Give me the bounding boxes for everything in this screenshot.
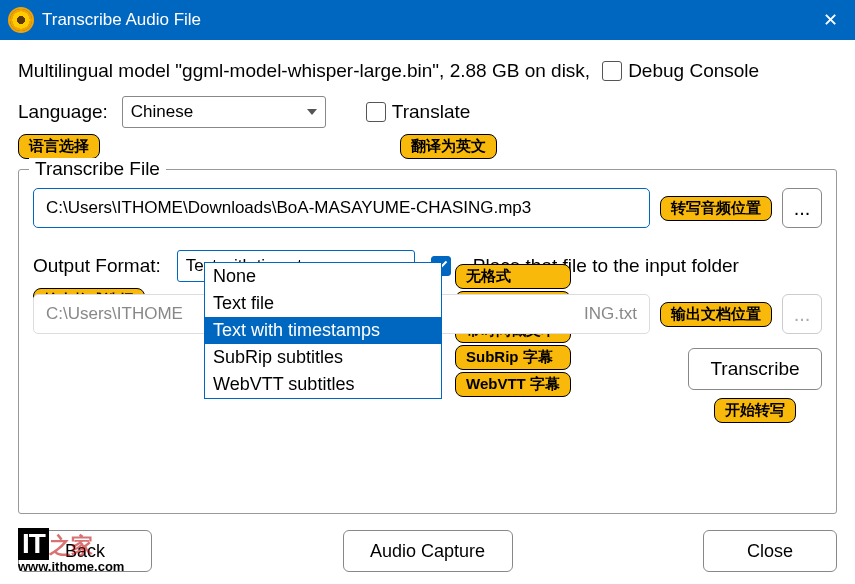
watermark-url: www.ithome.com xyxy=(18,559,124,574)
dropdown-item-subrip[interactable]: SubRip subtitles xyxy=(205,344,441,371)
tag-none: 无格式 xyxy=(455,264,571,289)
output-path-left: C:\Users\ITHOME xyxy=(46,304,183,324)
browse-output-button[interactable]: ... xyxy=(782,294,822,334)
dropdown-item-webvtt[interactable]: WebVTT subtitles xyxy=(205,371,441,398)
language-tag: 语言选择 xyxy=(18,134,100,159)
tag-subrip: SubRip 字幕 xyxy=(455,345,571,370)
output-format-dropdown[interactable]: None Text file Text with timestamps SubR… xyxy=(204,262,442,399)
debug-console-label: Debug Console xyxy=(628,60,759,82)
input-path-value: C:\Users\ITHOME\Downloads\BoA-MASAYUME-C… xyxy=(46,198,531,218)
browse-input-button[interactable]: ... xyxy=(782,188,822,228)
watermark-zhijia: 之家 xyxy=(49,533,93,558)
output-path-tag: 输出文档位置 xyxy=(660,302,772,327)
window-title: Transcribe Audio File xyxy=(42,10,805,30)
language-label: Language: xyxy=(18,101,108,123)
transcribe-tag: 开始转写 xyxy=(714,398,796,423)
output-format-label: Output Format: xyxy=(33,255,161,277)
audio-capture-button[interactable]: Audio Capture xyxy=(343,530,513,572)
transcribe-button[interactable]: Transcribe xyxy=(688,348,822,390)
titlebar: Transcribe Audio File ✕ xyxy=(0,0,855,40)
translate-tag: 翻译为英文 xyxy=(400,134,497,159)
transcribe-file-group: Transcribe File C:\Users\ITHOME\Download… xyxy=(18,169,837,514)
translate-checkbox[interactable] xyxy=(366,102,386,122)
close-button[interactable]: Close xyxy=(703,530,837,572)
debug-console-checkbox[interactable] xyxy=(602,61,622,81)
language-value: Chinese xyxy=(131,102,193,122)
chevron-down-icon xyxy=(307,109,317,115)
output-path-right: ING.txt xyxy=(584,304,637,324)
language-select[interactable]: Chinese xyxy=(122,96,326,128)
model-info: Multilingual model "ggml-model-whisper-l… xyxy=(18,60,590,82)
transcribe-file-legend: Transcribe File xyxy=(29,158,166,180)
app-icon xyxy=(10,9,32,31)
watermark: IT之家 www.ithome.com xyxy=(18,528,124,574)
tag-webvtt: WebVTT 字幕 xyxy=(455,372,571,397)
translate-label: Translate xyxy=(392,101,471,123)
watermark-it: IT xyxy=(18,528,49,560)
dropdown-item-none[interactable]: None xyxy=(205,263,441,290)
dropdown-item-timestamps[interactable]: Text with timestamps xyxy=(205,317,441,344)
dropdown-item-textfile[interactable]: Text file xyxy=(205,290,441,317)
input-path-tag: 转写音频位置 xyxy=(660,196,772,221)
input-path-field[interactable]: C:\Users\ITHOME\Downloads\BoA-MASAYUME-C… xyxy=(33,188,650,228)
close-icon[interactable]: ✕ xyxy=(805,0,855,40)
